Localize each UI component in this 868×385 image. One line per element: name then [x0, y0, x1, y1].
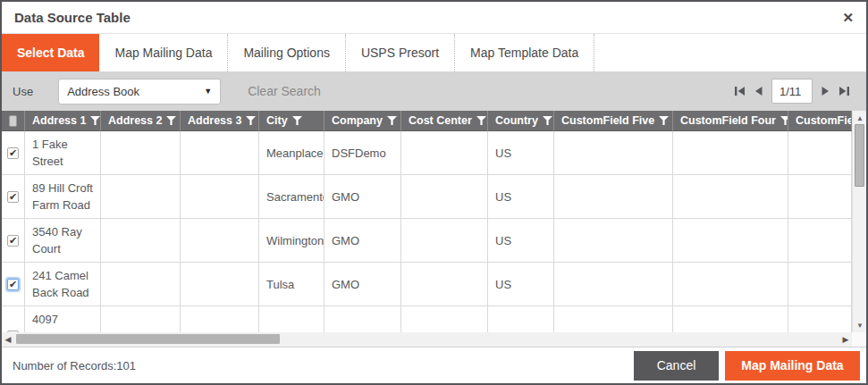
- cell-customfield-five: [554, 175, 673, 219]
- table-row: ✔241 Camel Back RoadTulsaGMOUS: [2, 263, 852, 306]
- data-source-table-dialog: Data Source Table ✕ Select DataMap Maili…: [0, 0, 868, 385]
- scroll-left-icon[interactable]: ◀: [2, 332, 14, 347]
- row-checkbox[interactable]: ✔: [7, 235, 19, 247]
- cell-customfield-four: [673, 306, 788, 332]
- page-number-input[interactable]: [771, 79, 813, 104]
- cell-city: Wilmington: [259, 219, 324, 263]
- clear-search-link[interactable]: Clear Search: [248, 84, 321, 98]
- column-header-label: Company: [332, 113, 383, 130]
- cell-address-1: 89 Hill Croft Farm Road: [25, 175, 101, 219]
- cell-address-1: 1 Fake Street: [25, 131, 101, 175]
- row-checkbox[interactable]: ✔: [7, 191, 19, 203]
- row-checkbox[interactable]: ✔: [7, 279, 19, 290]
- cancel-button[interactable]: Cancel: [634, 351, 719, 381]
- first-page-icon[interactable]: [734, 86, 746, 96]
- column-header-customfield-five[interactable]: CustomField Five: [554, 111, 673, 131]
- cell-customfield-four: [673, 263, 788, 306]
- scroll-up-icon[interactable]: ▲: [853, 112, 866, 124]
- cell-country: US: [488, 263, 554, 306]
- column-header-customfield[interactable]: CustomField: [788, 111, 852, 131]
- row-select-cell: ✔: [2, 131, 25, 175]
- column-header-country[interactable]: Country: [488, 111, 554, 131]
- cell-cost-center: [401, 131, 488, 175]
- cell-customfield: [788, 306, 852, 332]
- filter-icon[interactable]: [166, 116, 176, 125]
- cell-customfield-five: [554, 306, 673, 332]
- column-header-address-2[interactable]: Address 2: [101, 111, 181, 131]
- filter-icon[interactable]: [659, 116, 669, 125]
- column-header-city[interactable]: City: [259, 111, 324, 131]
- column-header-label: CustomField: [796, 113, 852, 130]
- use-label: Use: [13, 85, 33, 98]
- column-header-label: City: [266, 113, 288, 130]
- tab-usps-presort[interactable]: USPS Presort: [346, 34, 455, 71]
- column-header-label: CustomField Five: [561, 113, 654, 130]
- cell-address-2: [101, 219, 181, 263]
- close-icon[interactable]: ✕: [842, 11, 854, 24]
- cell-address-2: [101, 131, 181, 175]
- cell-address-3: [181, 131, 259, 175]
- map-mailing-data-button[interactable]: Map Mailing Data: [725, 351, 860, 381]
- row-select-cell: ✔: [2, 263, 25, 306]
- cell-company: GMO: [324, 306, 401, 332]
- cell-customfield-four: [673, 175, 788, 219]
- scroll-down-icon[interactable]: ▼: [853, 319, 866, 331]
- filter-icon[interactable]: [292, 116, 302, 125]
- last-page-icon[interactable]: [839, 86, 850, 96]
- cell-country: US: [488, 175, 554, 219]
- cell-customfield: [788, 131, 852, 175]
- table-row: ✔1 Fake StreetMeanplaceDSFDemoUS: [2, 131, 852, 175]
- cell-address-1: 4097 Liberty Avenue: [25, 306, 101, 332]
- horizontal-scrollbar[interactable]: ◀ ▶: [2, 332, 866, 347]
- column-header-label: Address 2: [108, 113, 162, 130]
- table-row: 4097 Liberty AvenueBurbankGMOUS: [2, 306, 852, 332]
- table-row: ✔89 Hill Croft Farm RoadSacramentoGMOUS: [2, 175, 852, 219]
- data-source-dropdown-value: Address Book: [67, 85, 139, 98]
- chevron-down-icon: ▼: [204, 87, 212, 96]
- cell-address-3: [181, 263, 259, 306]
- tab-mailing-options[interactable]: Mailing Options: [228, 34, 346, 71]
- pagination: [734, 79, 855, 104]
- cell-cost-center: [401, 175, 488, 219]
- cell-cost-center: [401, 219, 488, 263]
- cell-company: DSFDemo: [324, 131, 401, 175]
- cell-customfield-five: [554, 263, 673, 306]
- column-header-company[interactable]: Company: [324, 111, 401, 131]
- table-row: ✔3540 Ray CourtWilmingtonGMOUS: [2, 219, 852, 263]
- cell-company: GMO: [324, 219, 401, 263]
- next-page-icon[interactable]: [821, 86, 830, 96]
- tab-map-template-data[interactable]: Map Template Data: [455, 34, 594, 71]
- column-header-label: Address 1: [32, 113, 86, 130]
- row-checkbox[interactable]: ✔: [7, 147, 19, 159]
- column-header-customfield-four[interactable]: CustomField Four: [673, 111, 788, 131]
- cell-customfield: [788, 263, 852, 306]
- vertical-scrollbar-thumb[interactable]: [855, 124, 864, 187]
- filter-icon[interactable]: [543, 116, 552, 125]
- filter-icon[interactable]: [476, 116, 486, 125]
- cell-city: Sacramento: [259, 175, 324, 219]
- select-all-checkbox[interactable]: [9, 115, 17, 127]
- cell-country: US: [488, 219, 554, 263]
- data-source-dropdown[interactable]: Address Book ▼: [58, 79, 221, 105]
- cell-address-2: [101, 263, 181, 306]
- tab-select-data[interactable]: Select Data: [2, 34, 99, 71]
- column-header-cost-center[interactable]: Cost Center: [401, 111, 488, 131]
- scroll-right-icon[interactable]: ▶: [839, 332, 852, 347]
- cell-city: Burbank: [259, 306, 324, 332]
- vertical-scrollbar[interactable]: ▲ ▼: [852, 111, 866, 332]
- tab-map-mailing-data[interactable]: Map Mailing Data: [99, 34, 228, 71]
- filter-icon[interactable]: [387, 116, 397, 125]
- horizontal-scrollbar-thumb[interactable]: [16, 334, 280, 344]
- cell-customfield: [788, 175, 852, 219]
- cell-address-2: [101, 175, 181, 219]
- filter-icon[interactable]: [780, 116, 788, 125]
- previous-page-icon[interactable]: [754, 86, 763, 96]
- cell-city: Meanplace: [259, 131, 324, 175]
- filter-icon[interactable]: [90, 116, 100, 125]
- column-header-address-3[interactable]: Address 3: [181, 111, 259, 131]
- cell-customfield-five: [554, 219, 673, 263]
- filter-icon[interactable]: [246, 116, 256, 125]
- column-header-address-1[interactable]: Address 1: [25, 111, 101, 131]
- table-header-row: Address 1Address 2Address 3CityCompanyCo…: [2, 111, 852, 131]
- cell-customfield-five: [554, 131, 673, 175]
